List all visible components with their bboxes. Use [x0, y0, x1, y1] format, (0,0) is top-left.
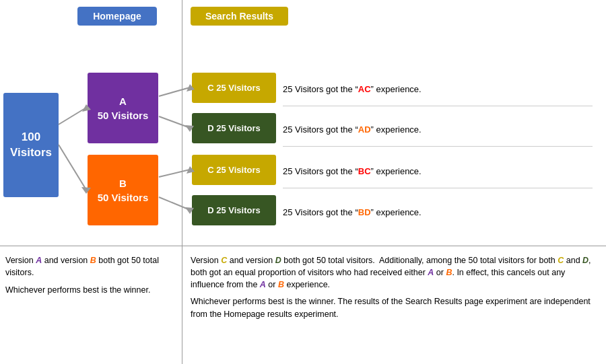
experience-ac: 25 Visitors got the “AC” experience.	[283, 73, 593, 106]
svg-line-8	[159, 170, 190, 177]
header-search-results: Search Results	[191, 7, 288, 26]
svg-line-6	[159, 116, 190, 128]
svg-line-10	[159, 197, 190, 210]
box-b: B50 Visitors	[88, 155, 158, 225]
header-homepage: Homepage	[77, 7, 157, 26]
box-c1: C 25 Visitors	[192, 73, 276, 103]
bottom-right-para1: Version C and version D both got 50 tota…	[191, 254, 597, 291]
box-d2: D 25 Visitors	[192, 195, 276, 225]
bottom-right-para2: Whichever performs best is the winner. T…	[191, 295, 597, 320]
box-d1: D 25 Visitors	[192, 113, 276, 143]
bottom-left-text: Version A and version B both got 50 tota…	[0, 249, 181, 301]
bottom-left-para2: Whichever performs best is the winner.	[5, 284, 176, 296]
box-c2: C 25 Visitors	[192, 155, 276, 185]
svg-line-2	[59, 145, 86, 190]
svg-line-0	[59, 108, 86, 124]
horizontal-divider	[0, 246, 606, 246]
bottom-left-para1: Version A and version B both got 50 tota…	[5, 254, 176, 279]
box-a: A50 Visitors	[88, 73, 158, 143]
svg-line-4	[159, 87, 190, 96]
box-100-visitors: 100Visitors	[3, 93, 59, 197]
bottom-right-text: Version C and version D both got 50 tota…	[182, 249, 605, 326]
experience-bc: 25 Visitors got the “BC” experience.	[283, 155, 593, 188]
experience-ad: 25 Visitors got the “AD” experience.	[283, 113, 593, 147]
experience-bd: 25 Visitors got the “BD” experience.	[283, 195, 593, 229]
